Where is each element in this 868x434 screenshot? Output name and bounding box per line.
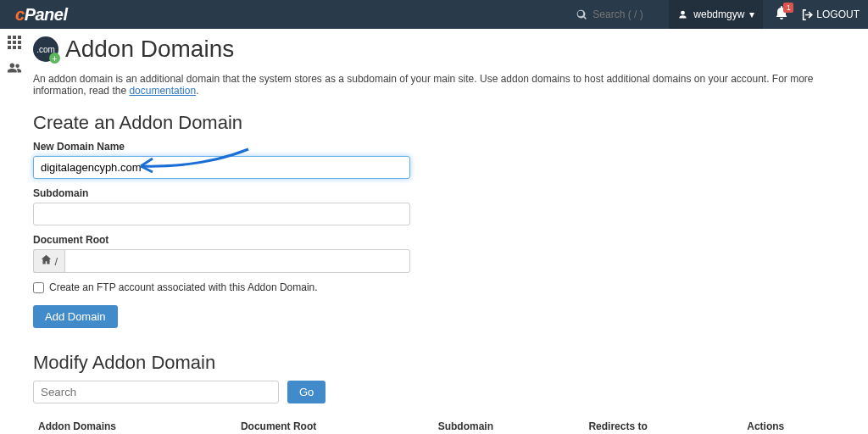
col-actions[interactable]: Actions <box>742 414 851 434</box>
col-document-root[interactable]: Document Root <box>236 414 433 434</box>
addon-domains-table: Addon Domains Document Root Subdomain Re… <box>33 414 851 434</box>
cpanel-logo[interactable]: cPanel <box>15 5 67 25</box>
search-icon <box>576 9 587 20</box>
documentation-link[interactable]: documentation <box>129 85 196 97</box>
subdomain-input[interactable] <box>33 203 410 225</box>
subdomain-label: Subdomain <box>33 187 851 199</box>
notifications-button[interactable]: 1 <box>775 6 788 23</box>
ftp-checkbox[interactable] <box>33 282 44 293</box>
page-title: Addon Domains <box>65 36 234 63</box>
chevron-down-icon: ▾ <box>749 8 754 20</box>
search-input[interactable] <box>593 8 652 20</box>
sidebar-users-icon[interactable] <box>7 61 22 78</box>
docroot-input[interactable] <box>64 249 410 273</box>
modify-search-input[interactable] <box>33 381 279 403</box>
username-label: webdmgyw <box>693 8 744 20</box>
modify-heading: Modify Addon Domain <box>33 352 851 374</box>
home-icon <box>41 254 52 265</box>
user-icon <box>677 9 688 20</box>
new-domain-input[interactable] <box>33 156 410 179</box>
main-content: .com Addon Domains An addon domain is an… <box>28 29 868 434</box>
logout-label: LOGOUT <box>816 8 860 20</box>
create-heading: Create an Addon Domain <box>33 112 851 134</box>
user-menu[interactable]: webdmgyw ▾ <box>669 0 763 29</box>
addon-domains-icon: .com <box>33 36 58 62</box>
col-subdomain[interactable]: Subdomain <box>433 414 584 434</box>
logout-button[interactable]: LOGOUT <box>802 8 860 20</box>
sidebar-home-icon[interactable] <box>8 36 21 49</box>
go-button[interactable]: Go <box>287 381 326 403</box>
col-addon-domains[interactable]: Addon Domains <box>33 414 236 434</box>
left-sidebar <box>0 29 28 434</box>
notification-badge: 1 <box>783 3 793 13</box>
docroot-label: Document Root <box>33 234 851 246</box>
top-header: cPanel webdmgyw ▾ 1 LOGOUT <box>0 0 868 29</box>
header-search[interactable] <box>576 8 652 20</box>
page-description: An addon domain is an additional domain … <box>33 73 851 97</box>
logout-icon <box>802 9 813 20</box>
add-domain-button[interactable]: Add Domain <box>33 305 118 328</box>
docroot-prefix: / <box>33 249 64 273</box>
new-domain-label: New Domain Name <box>33 141 851 153</box>
ftp-checkbox-label: Create an FTP account associated with th… <box>49 281 318 293</box>
col-redirects-to[interactable]: Redirects to <box>583 414 742 434</box>
